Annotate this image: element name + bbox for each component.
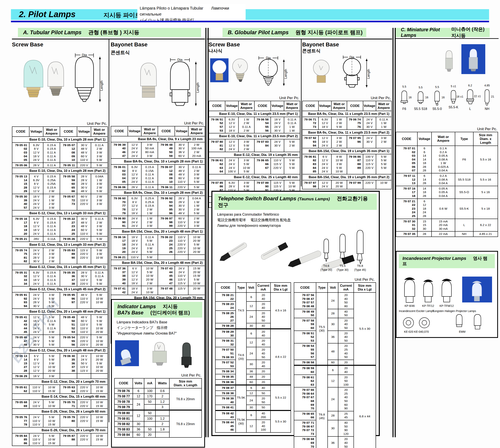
cell: 79 07 01 02 03 04 05 06 07: [396, 146, 417, 173]
unit-per-pc-label: Unit Per Pc.: [396, 127, 497, 131]
indicator-subtitle-korean: (인디케이터 램프): [151, 310, 190, 315]
cell: 79 05 84 85 86: [12, 433, 29, 446]
cell: 30: [246, 360, 256, 369]
cell: 50: [144, 399, 156, 404]
cell: 79 06 06: [111, 185, 128, 190]
section-title-row: Base BA-15d, Clear, Dia, 20 x Length 48 …: [111, 260, 205, 266]
cell: 220 V: [77, 236, 91, 242]
cell: 0.11 A: [43, 163, 60, 168]
cell: 25 45: [338, 411, 354, 420]
cell: 3 W 5 W 10 W 5 W: [238, 158, 254, 174]
cell: 100: [144, 388, 156, 394]
cell: 0.11 A 2 W 3 W 3 W 5 W: [91, 143, 108, 163]
section-title-row: Base BA-9s, Clear, Dia. 10 x Length 28 m…: [111, 190, 205, 196]
cell: 2 W 100 mA 2 W 20 mA: [188, 142, 205, 159]
header-cell: Voltage: [271, 101, 284, 111]
section-title: Base E-26, Clear, Dia, 26 x Length 70 mm: [12, 427, 108, 433]
table-row: 79 05 84 85 8624 V 110 V 110 V5 W 10 W 1…: [12, 433, 108, 446]
cell: 79 06 74 75 76: [347, 117, 363, 130]
projector-title: Incandescent Projector Lamps: [403, 256, 466, 261]
cell: [156, 410, 169, 416]
cell: 79 08 84: [114, 432, 133, 437]
cell: 20 40 100: [256, 420, 270, 432]
globular-bayonet-column: Bayonet Base 콘센트식 Dia Length Unit Per Pc…: [302, 41, 392, 189]
section-title: Base BA-9s, Clear, Dia. 10 x Length 28 m…: [111, 159, 205, 164]
header-cell: Voltage: [77, 127, 91, 137]
cell: 220 V 220 V: [77, 415, 91, 427]
cell: 79 05 54 55 56: [60, 335, 77, 348]
data-table: CODEVoltageWatt or AmpereCODEVoltageWatt…: [12, 127, 108, 446]
cell: 5.5 x 30: [354, 292, 376, 365]
section-title: Base BA-9s, Clear, Dia. 11 x Length 23.5…: [302, 111, 391, 117]
dia-label: Dia: [177, 58, 183, 62]
cell: 79 07 36 37 38 39 40: [111, 266, 128, 286]
cell: 100: [144, 416, 156, 421]
globular-bayonet-table: CODEVoltageWatt or AmpereCODEVoltageWatt…: [302, 101, 392, 189]
section-title-row: Base E-10, Clear, Dia, 10 x Length 28 mm…: [12, 137, 108, 143]
indicator-lamps-box: Indicator Lamps 지시등 BA7s Base (인디케이터 램프)…: [111, 299, 205, 448]
table-header-row: CODEVoltageWatt or AmpereCODEVoltageWatt…: [302, 101, 391, 111]
cell: 2 W 3 W 2 W 2 W: [43, 248, 60, 264]
cell: 24: [328, 292, 338, 309]
cell: 1 W 2 W 3 W: [141, 216, 158, 229]
cell: 79 05 63 64: [60, 385, 77, 394]
cell: 100 V 110 V 115 V 220 V: [363, 154, 376, 174]
cell: 79 05 22 27 23 24 25: [60, 216, 77, 236]
cell: 79 08 79: [114, 404, 133, 410]
cell: 6: [133, 388, 144, 394]
cell: 20: [144, 432, 156, 437]
section-title-row: Base BA-9s, Clear, Dia. 9 x Length 23 mm: [111, 136, 205, 142]
cell: [144, 404, 156, 410]
cell: 79 05 67 72 73: [60, 194, 77, 210]
cell: 79 08 68 69 70: [294, 436, 316, 448]
cell: 6 V 8 V 12 V 12 V 12 V: [29, 353, 43, 373]
cell: [158, 255, 175, 260]
cell: 28 V: [128, 185, 141, 190]
section-separator: [392, 28, 396, 437]
table-row: 79 05 2128V0.11A79 05 26220 V5 W: [12, 236, 108, 242]
cell: 2: [156, 394, 169, 399]
header-cell: Voltage: [175, 126, 188, 136]
miniature-diagrams: 5.5 5.5 5.5 5 ±1 6.2 4.85 16 16 16 18 ±1…: [396, 80, 498, 125]
header-cell: Size mm Dia x Lgt: [354, 283, 376, 292]
cell: 79 06 30 35 36 37 38: [60, 353, 77, 373]
cell: 79 08 36: [215, 380, 236, 385]
tel-type-sub: (Type 20): [320, 268, 332, 272]
cell: 79 07 58 59 60: [294, 318, 316, 331]
table-row: 79 06 2918 V3 W: [12, 373, 108, 379]
cell: 79 08 39 40: [215, 396, 236, 405]
cell: 220 V: [77, 163, 91, 168]
cell: 15 W 20 W 15 W 5 W 10 W: [188, 266, 205, 286]
indicator-text-spanish: Lámpara Indicadora BA7s Base: [117, 320, 200, 325]
cell: 0.25 A 0.25 A 0.15 A 2 W 1 W: [141, 196, 158, 216]
cell: 6 6 14 14 18 28 28: [417, 146, 432, 173]
cell: 60: [328, 360, 338, 365]
cell: 10 W 20 W 5 W 10 W 20 W: [188, 235, 205, 255]
cell: 110 V 115 V 220 V: [271, 158, 284, 174]
cell: 79 05 49 50 51 52 53: [60, 315, 77, 335]
cell: 79 08 34: [215, 369, 236, 374]
cell: 20 40 50: [256, 311, 270, 323]
cell: [77, 373, 91, 379]
diagram-dim-top: 5.5: [419, 86, 422, 89]
telephone-title2: (Taunus Lamps): [298, 196, 330, 201]
cell: 18 V 24 V: [128, 286, 141, 295]
section-title-row: Base E-12, Clear, Dia, 13 x Length 33 mm…: [12, 210, 108, 216]
cell: 20 40: [256, 360, 270, 369]
header-cell: Watt or Ampere: [331, 101, 347, 111]
telephone-text-russian: Лампы для телефонного коммутатора: [217, 223, 374, 228]
miniature-column: 5.5 5.5 5.5 5 ±1 6.2 4.85 16 16 16 18 ±1…: [396, 41, 498, 338]
cell: 79 08 61 62 63: [294, 375, 316, 387]
cell: 36: [246, 369, 256, 374]
section-title: Base E-12, Clear, Dia. 19 x Length 35 mm: [209, 152, 300, 158]
cell: 6.2 x 22: [473, 219, 498, 232]
cell: 79 08 21 22: [215, 292, 236, 302]
header-cell: Size mm Diam. x Length: [473, 132, 498, 146]
indicator-title-korean: 지시등: [163, 304, 178, 309]
unit-per-pc-label: Unit Per Pc.: [111, 121, 204, 126]
header-cell: CODE: [302, 101, 318, 111]
globular-screw-illustration: Dia Length: [209, 54, 300, 94]
cell: 79 05 91 92 93 94: [12, 292, 29, 309]
cell: 5 W 10 W: [43, 400, 60, 409]
telephone-title: Telephone Switch Board Lamps: [218, 195, 296, 202]
